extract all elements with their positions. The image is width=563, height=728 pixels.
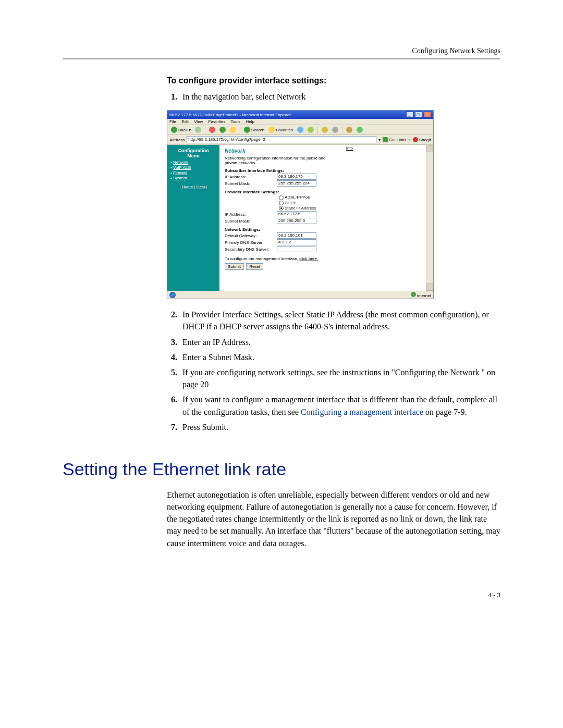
menu-file[interactable]: File bbox=[169, 119, 176, 124]
separator bbox=[317, 126, 318, 133]
step-4: Enter a Subnet Mask. bbox=[179, 351, 500, 363]
sidebar-nav: Network VoIP ALG Firewall System bbox=[170, 160, 216, 180]
section-title: Setting the Ethernet link rate bbox=[63, 459, 500, 479]
snagit-icon bbox=[413, 137, 418, 142]
prov-mask-label: Subnet Mask: bbox=[225, 219, 277, 224]
prov-mask-input[interactable]: 255.255.255.0 bbox=[277, 218, 316, 224]
scroll-up-icon[interactable] bbox=[426, 145, 433, 152]
print-button[interactable] bbox=[331, 126, 340, 133]
sub-mask-input[interactable]: 255.255.255.224 bbox=[277, 180, 316, 187]
sidebar-item-network[interactable]: Network bbox=[170, 160, 216, 165]
sidebar-item-firewall[interactable]: Firewall bbox=[170, 170, 216, 175]
page-viewport: Configuration Menu Network VoIP ALG Fire… bbox=[167, 145, 433, 291]
go-icon bbox=[383, 137, 388, 142]
vertical-scrollbar[interactable] bbox=[426, 145, 433, 291]
mail-button[interactable] bbox=[320, 126, 329, 133]
menu-tools[interactable]: Tools bbox=[231, 119, 241, 124]
address-dropdown[interactable]: ▾ bbox=[378, 138, 381, 142]
menu-edit[interactable]: Edit bbox=[181, 119, 189, 124]
mgmt-link[interactable]: click here. bbox=[299, 256, 318, 261]
content-heading: Network bbox=[225, 148, 421, 154]
forward-button[interactable] bbox=[193, 126, 203, 133]
sub-ip-input[interactable]: 69.3.186.175 bbox=[277, 174, 316, 180]
stop-button[interactable] bbox=[207, 126, 217, 133]
go-button[interactable]: Go bbox=[383, 137, 395, 142]
internet-icon bbox=[411, 292, 416, 297]
gw-input[interactable]: 69.3.186.161 bbox=[277, 232, 316, 239]
separator bbox=[205, 126, 205, 133]
subscriber-iface-heading: Subscriber Interface Settings: bbox=[225, 168, 421, 173]
snagit-button[interactable]: SnagIt bbox=[413, 137, 431, 142]
refresh-button[interactable] bbox=[218, 126, 227, 133]
step-6: If you want to configure a management in… bbox=[179, 393, 500, 417]
status-bar: Internet bbox=[167, 291, 433, 299]
radio-dhcp-label: DHCP bbox=[285, 201, 297, 205]
messenger-button[interactable] bbox=[355, 126, 364, 133]
dns2-label: Secondary DNS Server: bbox=[225, 247, 277, 252]
back-button[interactable]: Back ▾ bbox=[169, 126, 192, 133]
gw-label: Default Gateway: bbox=[225, 233, 277, 238]
toolbar: Back ▾ Search Favorites bbox=[167, 125, 433, 135]
maximize-button[interactable]: ▢ bbox=[415, 112, 422, 118]
home-icon bbox=[230, 127, 236, 133]
dns2-input[interactable] bbox=[277, 246, 316, 252]
dns1-label: Primary DNS Server: bbox=[225, 240, 277, 245]
page-number: 4 - 3 bbox=[63, 591, 500, 599]
scroll-track[interactable] bbox=[426, 152, 433, 283]
window-title: 66.52.177.5 NGT-EMN EdgeProtect1 - Micro… bbox=[169, 113, 291, 117]
info-link[interactable]: Info bbox=[346, 146, 353, 151]
close-button[interactable]: × bbox=[424, 112, 431, 118]
sub-ip-label: IP Address: bbox=[225, 175, 277, 179]
media-button[interactable] bbox=[296, 126, 305, 133]
main-content: Info Network Networking configuration in… bbox=[219, 145, 426, 291]
back-icon bbox=[171, 127, 177, 133]
step-2: In Provider Interface Settings, select S… bbox=[179, 309, 500, 332]
favorites-button[interactable]: Favorites bbox=[267, 126, 295, 133]
header-rule bbox=[63, 58, 500, 59]
separator bbox=[240, 126, 240, 133]
radio-static[interactable] bbox=[279, 206, 284, 211]
address-label: Address bbox=[169, 138, 185, 142]
forward-icon bbox=[195, 127, 201, 133]
step-5: If you are configuring network settings,… bbox=[179, 366, 500, 390]
radio-adsl-label: ADSL-PPPoE bbox=[285, 195, 310, 200]
ie-logo-icon bbox=[169, 292, 176, 298]
mgmt-note: To configure the management interface, c… bbox=[225, 256, 421, 261]
network-settings-heading: Network Settings: bbox=[225, 227, 421, 232]
status-internet: Internet bbox=[411, 292, 431, 298]
sidebar-item-system[interactable]: System bbox=[170, 176, 216, 180]
menu-help[interactable]: Help bbox=[246, 119, 254, 124]
sidebar-item-voip-alg[interactable]: VoIP ALG bbox=[170, 165, 216, 170]
history-button[interactable] bbox=[306, 126, 315, 133]
prov-ip-input[interactable]: 66.52.177.5 bbox=[277, 211, 316, 217]
minimize-button[interactable]: _ bbox=[406, 112, 413, 118]
refresh-icon bbox=[219, 127, 226, 133]
media-icon bbox=[297, 127, 303, 133]
address-bar: Address http://69.3.186.175/cgi-bin/conf… bbox=[167, 135, 433, 145]
separator bbox=[342, 126, 342, 133]
menu-view[interactable]: View bbox=[194, 119, 203, 124]
sub-mask-label: Subnet Mask: bbox=[225, 181, 277, 186]
radio-adsl[interactable] bbox=[279, 195, 284, 200]
address-input[interactable]: http://69.3.186.175/cgi-bin/config?page=… bbox=[187, 136, 376, 143]
step-list: In the navigation bar, select Network bbox=[167, 91, 500, 103]
sidebar-home-link[interactable]: Home bbox=[182, 184, 193, 189]
step-3: Enter an IP Address. bbox=[179, 336, 500, 348]
submit-button[interactable]: Submit bbox=[225, 263, 244, 270]
step-7: Press Submit. bbox=[179, 421, 500, 433]
body-paragraph: Ethernet autonegotiation is often unreli… bbox=[167, 489, 500, 549]
messenger-icon bbox=[357, 127, 363, 133]
history-icon bbox=[308, 127, 314, 133]
sidebar-help-link[interactable]: Help bbox=[197, 184, 205, 189]
scroll-down-icon[interactable] bbox=[426, 283, 433, 291]
dns1-input[interactable]: 4.2.2.2 bbox=[277, 239, 316, 245]
edit-icon bbox=[346, 127, 352, 133]
home-button[interactable] bbox=[228, 126, 238, 133]
edit-button[interactable] bbox=[345, 126, 354, 133]
cross-ref-link[interactable]: Configuring a management interface bbox=[301, 408, 423, 416]
star-icon bbox=[268, 127, 275, 133]
menu-favorites[interactable]: Favorites bbox=[209, 119, 226, 124]
radio-dhcp[interactable] bbox=[279, 201, 284, 205]
reset-button[interactable]: Reset bbox=[246, 263, 263, 270]
search-button[interactable]: Search bbox=[242, 126, 266, 133]
